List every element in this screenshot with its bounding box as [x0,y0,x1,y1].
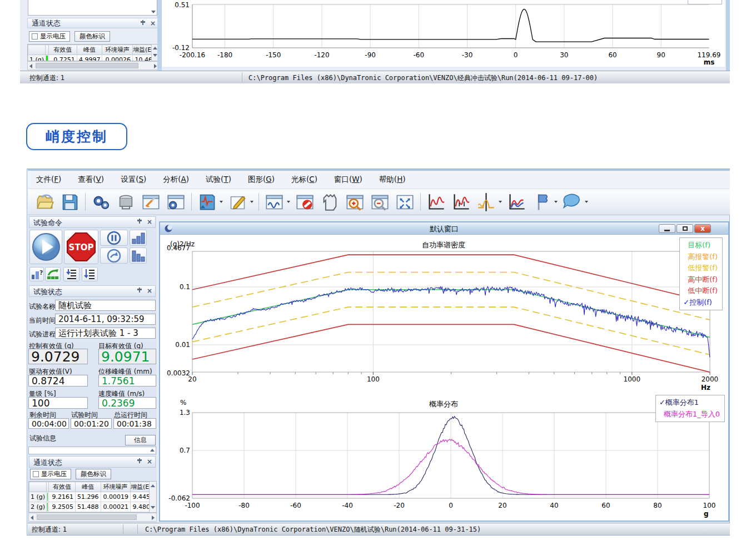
close-icon[interactable]: × [147,458,152,465]
menu-item[interactable]: 窗口(W) [326,175,371,185]
color-id-button[interactable]: 颜色标识 [76,469,111,479]
y-tick-label: 0.51 [167,1,190,9]
menu-item[interactable]: 帮助(H) [371,175,414,185]
step-over-button[interactable] [82,267,98,281]
legend-item[interactable]: 高中断(f) [683,274,718,286]
table-vscroll[interactable] [149,482,156,513]
level-down-button[interactable] [130,247,147,264]
dropdown-arrow-icon[interactable] [220,191,225,213]
table-hscroll[interactable] [28,513,157,522]
hand-pan-icon[interactable] [317,191,342,213]
dropdown-arrow-icon[interactable] [554,191,560,213]
window-block-icon[interactable] [292,191,317,213]
graph-red1-icon[interactable] [424,191,449,213]
legend-item[interactable]: 低报警(f) [683,262,718,274]
zoom-in-icon[interactable] [342,191,367,213]
col-header[interactable]: 环境噪声 [102,45,133,55]
menu-item[interactable]: 图形(G) [240,175,283,185]
close-icon[interactable]: × [147,288,152,294]
close-icon[interactable]: × [150,20,156,27]
run-button[interactable] [29,230,62,264]
x-tick-label: 100 [359,375,387,383]
col-header[interactable]: 峰值 [76,482,101,492]
legend-item[interactable]: 概率分布1_导入0 [659,409,720,420]
pause-button[interactable] [100,230,128,246]
channel-row[interactable]: 1 (g)9.216151.2960.000199.4454 [29,492,156,502]
status-panel-header: 试验状态× [29,285,156,297]
info-button[interactable]: 信息 [125,435,156,445]
psd-legend[interactable]: 目标(f)高报警(f)低报警(f)高中断(f)低中断(f)✓控制(f) [679,237,723,310]
col-header[interactable]: 环境噪声 [101,482,130,492]
legend-item[interactable]: ✓概率分布1 [659,397,720,409]
top-table-hscroll[interactable] [27,61,159,70]
menu-item[interactable]: 分析(A) [155,175,197,185]
zoom-out-icon[interactable] [367,191,392,213]
close-button[interactable]: x [694,224,711,233]
stop-button[interactable]: STOP [64,230,98,264]
dropdown-arrow-icon[interactable] [287,191,292,213]
minimize-button[interactable] [659,224,675,233]
menu-item[interactable]: 光标(C) [283,175,326,185]
default-window-titlebar[interactable]: 默认窗口 x [160,222,728,235]
close-icon[interactable]: × [147,219,152,225]
graph-multi-icon[interactable] [504,191,529,213]
open-folder-icon[interactable] [32,191,57,213]
dropdown-arrow-icon[interactable] [585,191,590,213]
legend-item[interactable]: ✓控制(f) [683,297,718,309]
continue-button[interactable] [100,247,128,264]
pin-icon[interactable] [137,458,142,465]
window-tools-icon[interactable] [138,191,163,213]
x-tick-label: 80 [644,502,672,509]
shaker-icon[interactable] [113,191,138,213]
comment-icon[interactable] [560,191,585,213]
show-voltage-checkbox[interactable]: 显示电压 [30,469,71,479]
zoom-fit-icon[interactable] [392,191,417,213]
window-gear-icon[interactable] [163,191,188,213]
x-tick-label: 119.69 [692,51,725,59]
flag-icon[interactable] [529,191,554,213]
info-label: 试验信息 [29,434,56,443]
test-info-textarea[interactable] [28,447,156,454]
top-color-id-button[interactable]: 颜色标识 [74,31,110,42]
settings-gears-icon[interactable] [88,191,113,213]
window-wave-icon[interactable] [262,191,287,213]
kurtosis-control-button[interactable]: 峭度控制 [26,123,127,150]
dropdown-arrow-icon[interactable] [499,191,504,213]
save-icon[interactable] [57,191,82,213]
checkbox-icon[interactable] [33,471,39,477]
menu-item[interactable]: 查看(V) [69,175,112,185]
legend-item[interactable]: 低中断(f) [683,285,718,297]
menu-item[interactable]: 文件(F) [28,175,69,185]
col-header[interactable]: 有效值 [49,482,76,492]
legend-item[interactable]: 目标(f) [683,240,718,251]
dropdown-arrow-icon[interactable] [250,191,256,213]
edit-pencil-icon[interactable] [225,191,250,213]
y-tick-label: 0.4677 [165,244,190,252]
psd-title: 自功率谱密度 [382,240,505,250]
col-header[interactable]: 峰值 [77,45,102,55]
channel-row[interactable]: 1 (g)0.72514.99970.0002610.468 [28,55,158,62]
menu-item[interactable]: 试验(T) [197,175,240,185]
check-drive-button[interactable]: ? [29,267,44,281]
menu-item[interactable]: 设置(S) [112,175,155,185]
maximize-button[interactable] [677,224,693,233]
pin-icon[interactable] [140,20,146,27]
x-tick-label: -20 [385,502,413,509]
scroll-down-icon[interactable] [151,11,156,13]
top-show-voltage-checkbox[interactable]: 显示电压 [29,31,70,42]
col-header[interactable]: 有效值 [48,45,77,55]
pin-icon[interactable] [137,288,142,294]
graph-red2-icon[interactable] [449,191,474,213]
test_name-label: 试验名称 [29,302,56,311]
step-into-button[interactable] [63,267,79,281]
pin-icon[interactable] [137,219,142,225]
save-signal-icon[interactable] [195,191,220,213]
legend-item[interactable]: 高报警(f) [683,251,718,263]
x-tick-label: -150 [257,51,290,59]
checkbox-icon[interactable] [32,33,38,39]
probability-legend[interactable]: ✓概率分布1概率分布1_导入0 [655,395,725,422]
peak-cursor-icon[interactable] [474,191,499,213]
channel-row[interactable]: 2 (g)9.250551.4880.000219.4806 [29,502,156,512]
level-up-button[interactable] [130,230,147,246]
schedule-button[interactable] [45,267,61,281]
